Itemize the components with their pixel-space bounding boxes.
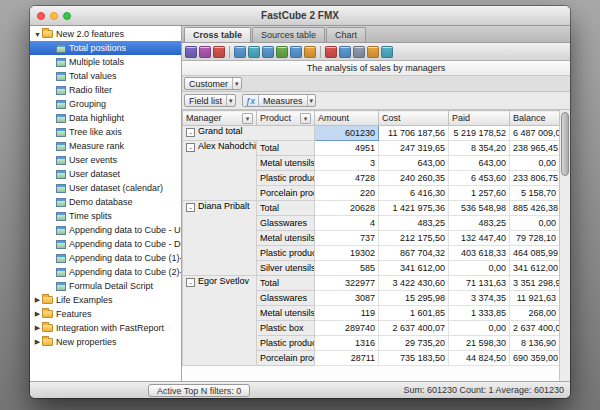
- cost-cell[interactable]: 212 175,50: [379, 231, 449, 246]
- amount-cell[interactable]: 28711: [315, 351, 379, 366]
- paid-cell[interactable]: 132 447,40: [449, 231, 510, 246]
- collapse-icon[interactable]: -: [186, 128, 195, 137]
- product-cell[interactable]: Plastic products: [257, 246, 315, 261]
- cost-cell[interactable]: 6 416,30: [379, 186, 449, 201]
- product-cell[interactable]: Total: [257, 201, 315, 216]
- balance-cell[interactable]: 0,00: [510, 216, 560, 231]
- collapse-icon[interactable]: -: [186, 278, 195, 287]
- paid-cell[interactable]: 6 453,60: [449, 171, 510, 186]
- balance-cell[interactable]: 6 487 009,04: [510, 126, 560, 141]
- measures-button[interactable]: ƒx Measures ▾: [242, 94, 317, 107]
- tree-item-measure-rank[interactable]: Measure rank: [30, 139, 181, 153]
- chevron-down-icon[interactable]: ▾: [300, 113, 311, 124]
- product-cell[interactable]: Silver utensils: [257, 261, 315, 276]
- manager-group-cell[interactable]: -Alex Nahodchiv: [183, 141, 257, 201]
- tree-item-radio-filter[interactable]: Radio filter: [30, 83, 181, 97]
- tree-view-icon[interactable]: [339, 46, 351, 58]
- amount-cell[interactable]: 4: [315, 216, 379, 231]
- zoom-button[interactable]: [63, 12, 71, 20]
- cost-cell[interactable]: 867 704,32: [379, 246, 449, 261]
- settings-icon[interactable]: [367, 46, 379, 58]
- tree-folder-features[interactable]: ▶Features: [30, 307, 181, 321]
- paid-cell[interactable]: 483,25: [449, 216, 510, 231]
- balance-cell[interactable]: 3 351 298,97: [510, 276, 560, 291]
- column-header-manager[interactable]: Manager▾: [183, 111, 257, 126]
- tree-item-tree-like-axis[interactable]: Tree like axis: [30, 125, 181, 139]
- chevron-down-icon[interactable]: ▾: [232, 78, 241, 89]
- column-header-amount[interactable]: Amount: [315, 111, 379, 126]
- manager-group-cell[interactable]: -Egor Svetlov: [183, 276, 257, 366]
- filter-icon[interactable]: [276, 46, 288, 58]
- paid-cell[interactable]: 1 333,85: [449, 306, 510, 321]
- amount-cell[interactable]: 289740: [315, 321, 379, 336]
- product-cell[interactable]: Porcelain products: [257, 186, 315, 201]
- tree-item-time-splits[interactable]: Time splits: [30, 209, 181, 223]
- copy-icon[interactable]: [353, 46, 365, 58]
- paid-cell[interactable]: 3 374,35: [449, 291, 510, 306]
- customer-field-button[interactable]: Customer ▾: [184, 77, 242, 90]
- tree-folder-integration-with-fastreport[interactable]: ▶Integration with FastReport: [30, 321, 181, 335]
- filter-drop-area[interactable]: Customer ▾: [182, 76, 570, 92]
- totals-icon[interactable]: [290, 46, 302, 58]
- tab-sources-table[interactable]: Sources table: [252, 27, 325, 42]
- swap-axes-icon[interactable]: [248, 46, 260, 58]
- cost-cell[interactable]: 240 260,35: [379, 171, 449, 186]
- field-list-button[interactable]: Field list ▾: [184, 94, 236, 107]
- cost-cell[interactable]: 2 637 400,07: [379, 321, 449, 336]
- product-cell[interactable]: Glasswares: [257, 216, 315, 231]
- percent-icon[interactable]: [304, 46, 316, 58]
- expand-arrow-icon[interactable]: ▶: [33, 324, 42, 332]
- tree-folder-life-examples[interactable]: ▶Life Examples: [30, 293, 181, 307]
- balance-cell[interactable]: 8 136,90: [510, 336, 560, 351]
- amount-cell[interactable]: 220: [315, 186, 379, 201]
- amount-cell[interactable]: 601230: [315, 126, 379, 141]
- cost-cell[interactable]: 483,25: [379, 216, 449, 231]
- column-header-product[interactable]: Product▾: [257, 111, 315, 126]
- balance-cell[interactable]: 0,00: [510, 156, 560, 171]
- amount-cell[interactable]: 4951: [315, 141, 379, 156]
- cost-cell[interactable]: 341 612,00: [379, 261, 449, 276]
- tree-item-total-values[interactable]: Total values: [30, 69, 181, 83]
- amount-cell[interactable]: 3: [315, 156, 379, 171]
- paid-cell[interactable]: 21 598,30: [449, 336, 510, 351]
- collapse-arrow-icon[interactable]: ▼: [33, 31, 42, 38]
- balance-cell[interactable]: 268,00: [510, 306, 560, 321]
- balance-cell[interactable]: 79 728,10: [510, 231, 560, 246]
- tree-item-user-dataset-calendar[interactable]: User dataset (calendar): [30, 181, 181, 195]
- paid-cell[interactable]: 71 131,63: [449, 276, 510, 291]
- tree-item-appending-data-to-cube-den[interactable]: Appending data to Cube - Den: [30, 237, 181, 251]
- product-cell[interactable]: Plastic products: [257, 336, 315, 351]
- product-cell[interactable]: Metal utensils: [257, 231, 315, 246]
- paid-cell[interactable]: 0,00: [449, 261, 510, 276]
- field-list-icon[interactable]: [234, 46, 246, 58]
- balance-cell[interactable]: 464 085,99: [510, 246, 560, 261]
- balance-cell[interactable]: 233 806,75: [510, 171, 560, 186]
- tree-item-multiple-totals[interactable]: Multiple totals: [30, 55, 181, 69]
- chevron-down-icon[interactable]: ▾: [307, 95, 316, 106]
- balance-cell[interactable]: 238 965,45: [510, 141, 560, 156]
- minimize-button[interactable]: [50, 12, 58, 20]
- topn-filters-button[interactable]: Active Top N filters: 0: [148, 384, 250, 397]
- tree-item-grouping[interactable]: Grouping: [30, 97, 181, 111]
- paid-cell[interactable]: 5 219 178,52: [449, 126, 510, 141]
- tree-item-user-events[interactable]: User events: [30, 153, 181, 167]
- expand-arrow-icon[interactable]: ▶: [33, 338, 42, 346]
- chevron-down-icon[interactable]: ▾: [242, 113, 253, 124]
- cost-cell[interactable]: 247 319,65: [379, 141, 449, 156]
- balance-cell[interactable]: 341 612,00: [510, 261, 560, 276]
- export-icon[interactable]: [199, 46, 211, 58]
- product-cell[interactable]: Porcelain products: [257, 351, 315, 366]
- tree-item-appending-data-to-cube-use[interactable]: Appending data to Cube - Use: [30, 223, 181, 237]
- cost-cell[interactable]: 1 601,85: [379, 306, 449, 321]
- delete-icon[interactable]: [213, 46, 225, 58]
- tree-item-demo-database[interactable]: Demo database: [30, 195, 181, 209]
- chart-icon[interactable]: [325, 46, 337, 58]
- expand-arrow-icon[interactable]: ▶: [33, 310, 42, 318]
- balance-cell[interactable]: 2 637 400,07: [510, 321, 560, 336]
- balance-cell[interactable]: 11 921,63: [510, 291, 560, 306]
- chevron-down-icon[interactable]: ▾: [226, 95, 235, 106]
- paid-cell[interactable]: 8 354,20: [449, 141, 510, 156]
- amount-cell[interactable]: 4728: [315, 171, 379, 186]
- tree-item-user-dataset[interactable]: User dataset: [30, 167, 181, 181]
- paid-cell[interactable]: 0,00: [449, 321, 510, 336]
